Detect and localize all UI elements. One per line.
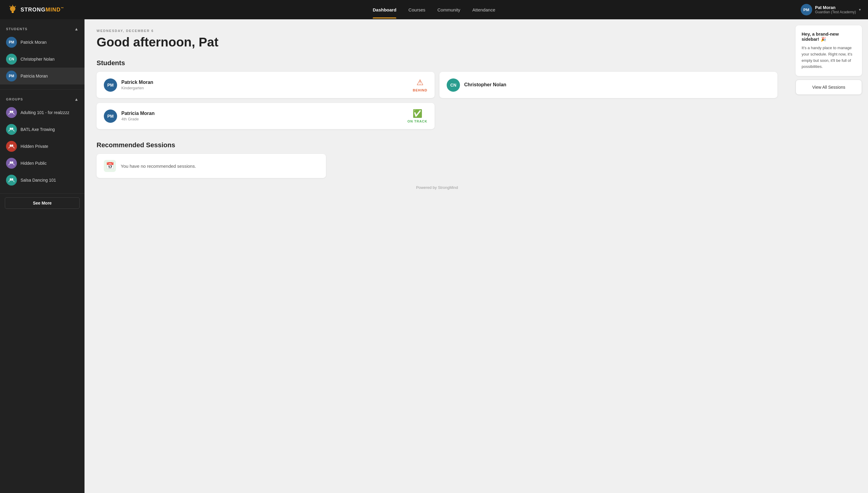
group-avatar-hidden-private [6,141,17,152]
sidebar-item-adulting[interactable]: Adulting 101 - for realzzzz [0,104,85,121]
svg-point-15 [12,178,13,180]
nav-attendance[interactable]: Attendance [472,1,495,18]
main-layout: STUDENTS ▲ PM Patrick Moran CN Christoph… [0,19,868,493]
view-all-sessions-button[interactable]: View All Sessions [796,80,862,95]
student-card-grade-patrick: Kindergarten [121,86,153,90]
student-card-patricia[interactable]: PM Patricia Moran 4th Grade ✅ ON TRACK [97,103,435,129]
svg-point-11 [12,145,13,146]
user-menu[interactable]: PM Pat Moran Guardian (Test Academy) ▾ [801,4,861,15]
student-card-info-patrick: Patrick Moran Kindergarten [121,80,153,90]
student-card-patrick[interactable]: PM Patrick Moran Kindergarten ⚠ BEHIND [97,72,435,98]
group-avatar-adulting [6,107,17,118]
top-navigation: STRONGMIND™ Dashboard Courses Community … [0,0,868,19]
student-card-left-patrick: PM Patrick Moran Kindergarten [104,79,153,92]
footer: Powered by StrongMind [97,178,778,197]
left-sidebar: STUDENTS ▲ PM Patrick Moran CN Christoph… [0,19,85,493]
svg-point-0 [10,6,15,12]
group-label-hidden-private: Hidden Private [21,144,48,149]
students-heading: Students [97,59,778,67]
sidebar-label-patrick: Patrick Moran [21,40,46,45]
sidebar-avatar-patricia: PM [6,71,17,82]
recommended-sessions-heading: Recommended Sessions [97,141,778,149]
chevron-down-icon: ▾ [859,7,861,12]
info-card: Hey, a brand-new sidebar! 🎉 It's a handy… [796,25,862,76]
student-card-christopher[interactable]: CN Christopher Nolan [440,72,778,98]
groups-collapse-icon: ▲ [74,97,79,102]
nav-links: Dashboard Courses Community Attendance [373,1,495,18]
sidebar-item-hidden-public[interactable]: Hidden Public [0,155,85,172]
recommended-sessions-card: 📅 You have no recommended sessions. [97,154,326,178]
user-info: Pat Moran Guardian (Test Academy) [815,5,856,14]
nav-courses[interactable]: Courses [408,1,425,18]
group-label-hidden-public: Hidden Public [21,161,46,166]
svg-point-7 [12,111,13,112]
user-role: Guardian (Test Academy) [815,10,856,14]
sidebar-item-hidden-private[interactable]: Hidden Private [0,138,85,155]
main-content: WEDNESDAY, DECEMBER 6 Good afternoon, Pa… [85,19,789,493]
svg-point-9 [12,128,13,129]
on-track-text: ON TRACK [407,120,427,123]
group-avatar-batl [6,124,17,135]
date-label: WEDNESDAY, DECEMBER 6 [97,29,778,33]
student-card-name-christopher: Christopher Nolan [464,82,506,87]
sidebar-item-christopher[interactable]: CN Christopher Nolan [0,51,85,68]
behind-icon: ⚠ [417,78,423,87]
user-avatar: PM [801,4,812,15]
no-sessions-text: You have no recommended sessions. [121,164,196,169]
on-track-icon: ✅ [412,109,422,118]
student-card-left-christopher: CN Christopher Nolan [447,79,506,92]
svg-point-12 [10,162,12,163]
student-card-left-patricia: PM Patricia Moran 4th Grade [104,109,154,123]
sidebar-item-patricia[interactable]: PM Patricia Moran [0,68,85,84]
group-avatar-salsa [6,175,17,186]
logo[interactable]: STRONGMIND™ [7,4,64,15]
sidebar-item-batl[interactable]: BATL Axe Trowing [0,121,85,138]
nav-community[interactable]: Community [437,1,460,18]
student-card-name-patrick: Patrick Moran [121,80,153,85]
sidebar-avatar-patrick: PM [6,37,17,48]
students-section-header[interactable]: STUDENTS ▲ [0,24,85,34]
svg-point-10 [10,145,12,146]
student-card-info-christopher: Christopher Nolan [464,82,506,88]
student-card-name-patricia: Patricia Moran [121,111,154,116]
sidebar-label-christopher: Christopher Nolan [21,57,55,62]
nav-dashboard[interactable]: Dashboard [373,1,396,18]
svg-line-5 [15,6,16,7]
svg-point-13 [12,162,13,163]
groups-section-header[interactable]: GROUPS ▲ [0,94,85,104]
logo-mind: MIND [46,7,61,13]
right-sidebar: Hey, a brand-new sidebar! 🎉 It's a handy… [789,19,868,493]
info-card-body: It's a handy place to manage your schedu… [802,45,856,70]
sidebar-item-salsa[interactable]: Salsa Dancing 101 [0,172,85,189]
sidebar-item-patrick[interactable]: PM Patrick Moran [0,34,85,51]
svg-line-4 [10,6,10,7]
student-card-avatar-christopher: CN [447,79,460,92]
status-badge-on-track: ✅ ON TRACK [407,109,427,123]
greeting-heading: Good afternoon, Pat [97,35,778,49]
group-label-adulting: Adulting 101 - for realzzzz [21,110,69,115]
svg-point-8 [10,128,12,129]
sidebar-label-patricia: Patricia Moran [21,73,48,79]
calendar-icon: 📅 [106,162,114,170]
students-collapse-icon: ▲ [74,26,79,31]
see-more-button[interactable]: See More [5,197,80,209]
group-label-batl: BATL Axe Trowing [21,127,55,132]
svg-point-6 [10,111,12,112]
svg-point-14 [10,178,12,180]
logo-tm: ™ [61,7,64,10]
student-card-avatar-patrick: PM [104,79,117,92]
user-name: Pat Moran [815,5,856,10]
svg-rect-2 [12,13,14,13]
student-card-grade-patricia: 4th Grade [121,117,154,121]
info-card-title: Hey, a brand-new sidebar! 🎉 [802,31,856,42]
groups-section-title: GROUPS [6,98,23,101]
group-avatar-hidden-public [6,158,17,169]
behind-text: BEHIND [413,88,427,92]
students-section: STUDENTS ▲ PM Patrick Moran CN Christoph… [0,19,85,90]
sidebar-avatar-christopher: CN [6,54,17,65]
group-label-salsa: Salsa Dancing 101 [21,178,56,183]
calendar-icon-wrap: 📅 [104,160,116,172]
student-card-avatar-patricia: PM [104,109,117,123]
students-section-title: STUDENTS [6,27,27,31]
svg-rect-1 [12,12,14,13]
